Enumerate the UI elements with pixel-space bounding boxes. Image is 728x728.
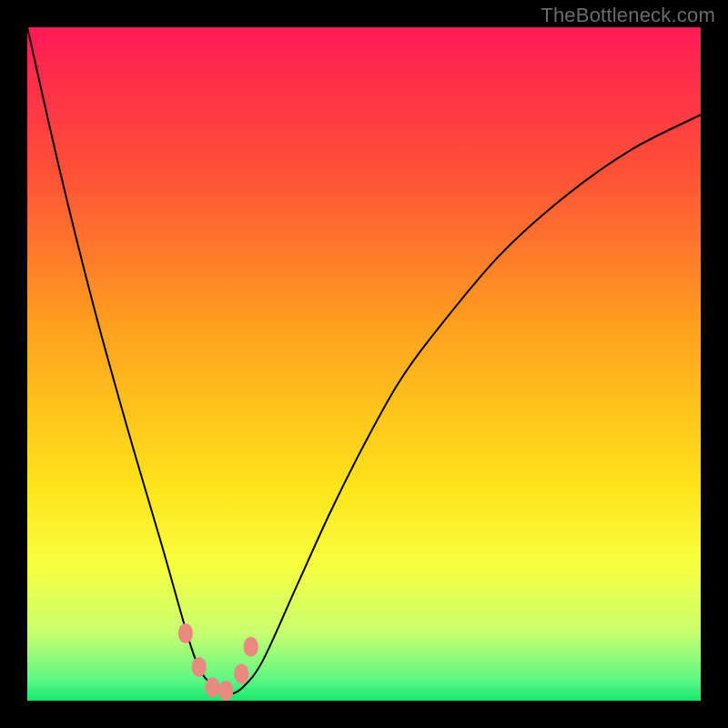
marker-point: [206, 677, 220, 697]
marker-point: [218, 681, 233, 701]
chart-svg: [27, 27, 701, 701]
plot-area: [27, 27, 701, 701]
marker-point: [234, 663, 248, 683]
chart-frame: TheBottleneck.com: [0, 0, 728, 728]
watermark-text: TheBottleneck.com: [541, 4, 715, 27]
marker-point: [192, 657, 207, 677]
marker-point: [178, 623, 193, 643]
chart-background: [27, 27, 701, 701]
marker-point: [244, 637, 258, 657]
